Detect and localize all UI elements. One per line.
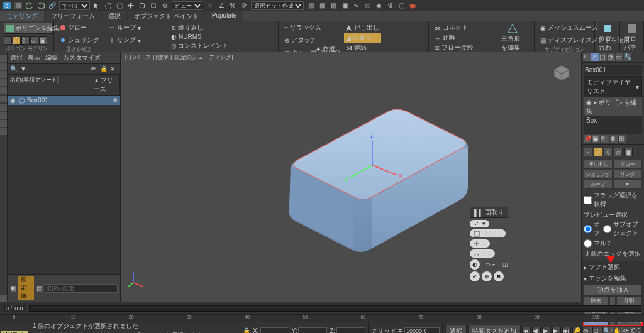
remove-button[interactable]: 除去 bbox=[584, 296, 609, 305]
viewport-label[interactable]: [+] [パース ] [標準 ] [既定のシェーディング] bbox=[125, 53, 233, 62]
autokey-button[interactable]: 選択 bbox=[445, 325, 467, 334]
maximize-icon[interactable]: ⛶ bbox=[633, 327, 641, 334]
select-rect-icon[interactable] bbox=[104, 1, 113, 10]
so-vertex-icon[interactable]: · bbox=[584, 148, 592, 156]
setkey-button[interactable]: 時間タグを追加 bbox=[468, 325, 521, 334]
freeze-icon[interactable]: ❄ bbox=[113, 97, 118, 104]
stack-pin-icon[interactable]: 📌 bbox=[584, 135, 591, 143]
sel-shrink[interactable]: シュリンク bbox=[584, 170, 613, 179]
dist-button[interactable]: ↔ 距離 bbox=[433, 33, 475, 43]
coordsys-dropdown[interactable]: ビュー bbox=[172, 1, 203, 10]
stack-show-icon[interactable]: ▣ bbox=[592, 135, 600, 143]
tab-freeform[interactable]: フリーフォーム bbox=[45, 11, 102, 21]
subobj-border-icon[interactable]: ◊ bbox=[21, 36, 30, 45]
shrink-button[interactable]: シュリンク bbox=[58, 35, 101, 45]
caddy-amount[interactable]: 3500.0 bbox=[470, 229, 506, 237]
stack-config-icon[interactable]: ⊞ bbox=[619, 135, 626, 143]
tab-modeling[interactable]: モデリング bbox=[0, 11, 45, 21]
align-icon[interactable]: ▦ bbox=[318, 1, 326, 10]
scene-menu-edit[interactable]: 編集 bbox=[45, 53, 58, 62]
caddy-quad-icon[interactable]: ◫ bbox=[501, 259, 511, 270]
scene-lock-icon[interactable]: 🔒 bbox=[100, 65, 108, 73]
render-icon[interactable]: 🫖 bbox=[408, 1, 417, 10]
curve-editor-icon[interactable]: ∿ bbox=[352, 1, 360, 10]
viewcube[interactable] bbox=[551, 61, 572, 82]
meshsmooth-button[interactable]: ◉ メッシュスムーズ bbox=[538, 23, 600, 33]
lt-1-icon[interactable] bbox=[0, 55, 7, 62]
time-slider[interactable]: 0 / 100 bbox=[0, 302, 644, 314]
scene-foot-opt-icon[interactable]: ▤ bbox=[36, 285, 42, 292]
tab-populate[interactable]: Populate bbox=[206, 11, 243, 21]
key-mode-icon[interactable]: 🔑 bbox=[572, 327, 581, 334]
scene-list[interactable]: ◉ ▢ Box001 ❄ bbox=[8, 96, 120, 274]
scene-eye-icon[interactable]: 👁 bbox=[90, 65, 97, 73]
so-border-icon[interactable]: ◊ bbox=[604, 148, 613, 156]
undo-icon[interactable] bbox=[25, 1, 34, 10]
editedge-header[interactable]: ▾ エッジを編集 bbox=[584, 274, 642, 283]
isolate-icon[interactable]: ◎ bbox=[582, 327, 591, 334]
material-icon[interactable]: ◉ bbox=[374, 1, 383, 10]
viewport[interactable]: [+] [パース ] [標準 ] [既定のシェーディング] bbox=[121, 52, 581, 302]
caddy-open-icon[interactable]: ◐ bbox=[470, 259, 480, 270]
lt-7-icon[interactable] bbox=[0, 104, 7, 111]
extrude-edge-button[interactable]: ⮝ 押し出し bbox=[344, 23, 381, 33]
ring-sel-button[interactable]: リング ▾ bbox=[107, 35, 143, 45]
scene-foot-icon[interactable]: ▣ bbox=[10, 285, 16, 292]
stack-box[interactable]: Box bbox=[584, 116, 642, 124]
scene-menu-custom[interactable]: カスタマイズ bbox=[63, 53, 101, 62]
stack-remove-icon[interactable]: 🗑 bbox=[610, 135, 618, 143]
toggle-ribbon-icon[interactable]: ▣ bbox=[340, 1, 349, 10]
tab-modify-icon[interactable]: ↗ bbox=[591, 53, 599, 61]
lt-8-icon[interactable] bbox=[0, 112, 7, 119]
play-icon[interactable]: ▶ bbox=[542, 327, 551, 334]
constraint-button[interactable]: ⊞ コンストレイント bbox=[169, 41, 230, 51]
tab-selection[interactable]: 選択 bbox=[102, 11, 128, 21]
pan-icon[interactable]: ✋ bbox=[613, 327, 621, 334]
subobj-poly-icon[interactable]: ▱ bbox=[30, 36, 38, 45]
lt-4-icon[interactable] bbox=[0, 79, 7, 86]
prev-frame-icon[interactable]: ◀ bbox=[532, 327, 541, 334]
grow-button[interactable]: グロー bbox=[58, 23, 89, 33]
caddy-ok-icon[interactable]: ✔ bbox=[470, 271, 480, 281]
tab-hierarchy-icon[interactable]: ◫ bbox=[599, 53, 607, 61]
caddy-segments[interactable]: 5 bbox=[470, 239, 490, 248]
relax-button[interactable]: ~ リラックス bbox=[282, 23, 323, 33]
col-freeze[interactable]: ▲ フリーズ bbox=[91, 75, 120, 95]
goto-end-icon[interactable]: ⏭ bbox=[562, 327, 571, 334]
z-input[interactable] bbox=[336, 327, 365, 334]
flag-soft-check[interactable] bbox=[584, 196, 592, 204]
so-poly-icon[interactable]: ▱ bbox=[614, 148, 623, 156]
sel-push[interactable]: 押し出し bbox=[584, 160, 613, 169]
scene-item-box001[interactable]: ◉ ▢ Box001 ❄ bbox=[8, 96, 120, 105]
weld-edge-button[interactable]: ⋈ 連結 bbox=[344, 43, 381, 53]
time-track[interactable] bbox=[29, 305, 641, 312]
so-elem-icon[interactable]: ▣ bbox=[624, 148, 633, 156]
render-frame-icon[interactable]: ▢ bbox=[397, 1, 406, 10]
object-name-field[interactable]: Box001 bbox=[584, 65, 642, 75]
rotate-icon[interactable] bbox=[138, 1, 147, 10]
lock-icon[interactable]: 🔒 bbox=[243, 327, 250, 333]
flowconnect-button[interactable]: ≋ フロー接続 bbox=[433, 43, 475, 53]
y-input[interactable] bbox=[298, 327, 327, 334]
connect-button[interactable]: ⫘ コネクト bbox=[433, 23, 475, 33]
lt-bottom-icon[interactable] bbox=[0, 295, 7, 302]
caddy-title[interactable]: ▌▌面取り bbox=[470, 207, 508, 218]
loop-sel-button[interactable]: ループ ▾ bbox=[107, 23, 143, 33]
scene-filter-input[interactable] bbox=[45, 284, 118, 293]
subobj-elem-icon[interactable]: ▣ bbox=[39, 36, 47, 45]
link-icon[interactable]: 🔗 bbox=[48, 1, 57, 10]
redo-icon[interactable] bbox=[36, 1, 45, 10]
sel-loop[interactable]: ループ bbox=[584, 180, 613, 189]
preview-sub-radio[interactable] bbox=[603, 225, 611, 233]
attach-button[interactable]: ⊕ アタッチ bbox=[282, 35, 318, 45]
layer-icon[interactable]: ▤ bbox=[329, 1, 338, 10]
sel-loop2[interactable]: ▸ bbox=[613, 180, 642, 189]
scale-icon[interactable] bbox=[149, 1, 158, 10]
split-button[interactable]: 分割 bbox=[616, 296, 641, 305]
caddy-cancel-icon[interactable]: ✖ bbox=[494, 271, 504, 281]
nurms-button[interactable]: ◐ NURMS bbox=[169, 33, 230, 41]
snap-icon[interactable]: ⌗ bbox=[206, 1, 214, 10]
grid-input[interactable] bbox=[404, 327, 440, 334]
caddy-tension[interactable]: 1.0 bbox=[470, 249, 495, 258]
tab-motion-icon[interactable]: ◔ bbox=[608, 53, 615, 61]
